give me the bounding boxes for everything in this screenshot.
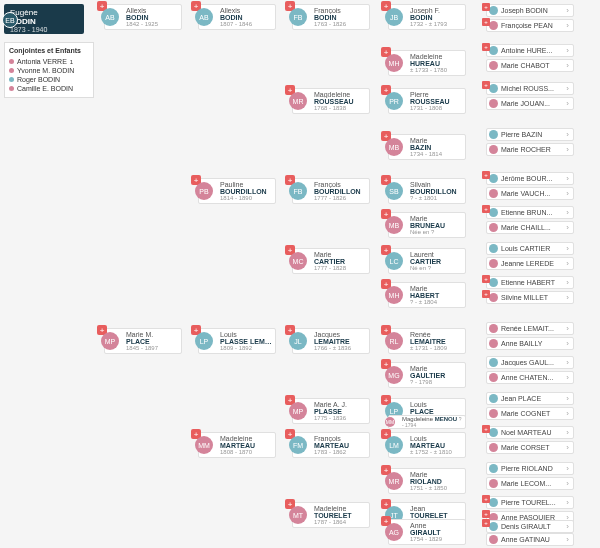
chevron-right-icon[interactable]: ›: [564, 189, 571, 198]
ancestor-node[interactable]: +MGMarieGAULTIER? - 1798: [388, 362, 466, 388]
chevron-right-icon[interactable]: ›: [564, 409, 571, 418]
ancestor-leaf[interactable]: Louis CARTIER›: [486, 242, 574, 255]
add-icon[interactable]: +: [482, 18, 490, 26]
spouse-child-row[interactable]: Roger BODIN: [9, 75, 89, 84]
root-person-card[interactable]: EB Eugène BODIN 1873 - 1940: [4, 4, 84, 34]
chevron-right-icon[interactable]: ›: [564, 339, 571, 348]
ancestor-leaf[interactable]: +Etienne HABERT›: [486, 276, 574, 289]
ancestor-node[interactable]: +RLRenéeLEMAITRE± 1731 - 1809: [388, 328, 466, 354]
add-icon[interactable]: +: [482, 171, 490, 179]
chevron-right-icon[interactable]: ›: [564, 498, 571, 507]
chevron-right-icon[interactable]: ›: [564, 208, 571, 217]
ancestor-leaf[interactable]: Anne GATINAU›: [486, 533, 574, 546]
spouse-child-row[interactable]: Yvonne M. BODIN: [9, 66, 89, 75]
add-icon[interactable]: +: [482, 290, 490, 298]
ancestor-leaf[interactable]: Pierre BAZIN›: [486, 128, 574, 141]
ancestor-node[interactable]: +JBJoseph F.BODIN1732 - ± 1793: [388, 4, 466, 30]
ancestor-leaf[interactable]: Marie LECOM...›: [486, 477, 574, 490]
ancestor-node[interactable]: +PRPierreROUSSEAU1731 - 1808: [388, 88, 466, 114]
ancestor-leaf[interactable]: +Jérôme BOUR...›: [486, 172, 574, 185]
spouse-child-row[interactable]: Camille E. BODIN: [9, 84, 89, 93]
add-icon[interactable]: +: [482, 3, 490, 11]
chevron-right-icon[interactable]: ›: [564, 21, 571, 30]
ancestor-leaf[interactable]: Marie COGNET›: [486, 407, 574, 420]
chevron-right-icon[interactable]: ›: [564, 259, 571, 268]
spouse-child-row[interactable]: Antonia VERRE1: [9, 57, 89, 66]
ancestor-node[interactable]: +LMLouisMARTEAU± 1752 - ± 1810: [388, 432, 466, 458]
chevron-right-icon[interactable]: ›: [564, 84, 571, 93]
chevron-right-icon[interactable]: ›: [564, 443, 571, 452]
ancestor-leaf[interactable]: Marie CHABOT›: [486, 59, 574, 72]
ancestor-leaf[interactable]: Marie CHAILL...›: [486, 221, 574, 234]
chevron-right-icon[interactable]: ›: [564, 99, 571, 108]
add-icon[interactable]: +: [482, 43, 490, 51]
chevron-right-icon[interactable]: ›: [564, 324, 571, 333]
ancestor-leaf[interactable]: Jeanne LEREDE›: [486, 257, 574, 270]
ancestor-node[interactable]: +MPMarie M.PLACE1845 - 1897: [104, 328, 182, 354]
ancestor-leaf[interactable]: +Noel MARTEAU›: [486, 426, 574, 439]
add-icon[interactable]: +: [482, 495, 490, 503]
ancestor-leaf[interactable]: Pierre RIOLAND›: [486, 462, 574, 475]
chevron-right-icon[interactable]: ›: [564, 174, 571, 183]
ancestor-leaf[interactable]: Renée LEMAIT...›: [486, 322, 574, 335]
ancestor-node[interactable]: +MMMadeleineMARTEAU1808 - 1870: [198, 432, 276, 458]
ancestor-leaf[interactable]: Jean PLACE›: [486, 392, 574, 405]
chevron-right-icon[interactable]: ›: [564, 428, 571, 437]
add-icon[interactable]: +: [482, 519, 490, 527]
add-icon[interactable]: +: [482, 275, 490, 283]
ancestor-node[interactable]: +MTMadeleineTOURELET1787 - 1864: [292, 502, 370, 528]
ancestor-node[interactable]: +SBSilvainBOURDILLON? - ± 1801: [388, 178, 466, 204]
chevron-right-icon[interactable]: ›: [564, 61, 571, 70]
ancestor-node[interactable]: +MHMarieHABERT? - ± 1804: [388, 282, 466, 308]
ancestor-node[interactable]: +MRMagdeleineROUSSEAU1768 - 1838: [292, 88, 370, 114]
chevron-right-icon[interactable]: ›: [564, 46, 571, 55]
ancestor-node[interactable]: +MBMarieBAZIN1734 - 1814: [388, 134, 466, 160]
ancestor-node[interactable]: MMMagdeleine MENOU ? - 1794: [388, 415, 466, 429]
ancestor-leaf[interactable]: Marie VAUCH...›: [486, 187, 574, 200]
ancestor-leaf[interactable]: +Silvine MILLET›: [486, 291, 574, 304]
chevron-right-icon[interactable]: ›: [564, 130, 571, 139]
chevron-right-icon[interactable]: ›: [564, 479, 571, 488]
ancestor-node[interactable]: +JLJacquesLEMAITRE1766 - ± 1836: [292, 328, 370, 354]
ancestor-node[interactable]: +ABAllexisBODIN1807 - 1846: [198, 4, 276, 30]
add-icon[interactable]: +: [482, 510, 490, 518]
add-icon[interactable]: +: [482, 425, 490, 433]
ancestor-leaf[interactable]: +Joseph BODIN›: [486, 4, 574, 17]
chevron-right-icon[interactable]: ›: [564, 535, 571, 544]
add-icon[interactable]: +: [482, 81, 490, 89]
ancestor-leaf[interactable]: Marie JOUAN...›: [486, 97, 574, 110]
ancestor-leaf[interactable]: +Michel ROUSS...›: [486, 82, 574, 95]
ancestor-leaf[interactable]: +Françoise PEAN›: [486, 19, 574, 32]
ancestor-node[interactable]: +MRMarieRIOLAND1751 - ± 1850: [388, 468, 466, 494]
ancestor-node[interactable]: +FBFrançoisBODIN1763 - 1826: [292, 4, 370, 30]
ancestor-node[interactable]: +MBMarieBRUNEAUNée en ?: [388, 212, 466, 238]
chevron-right-icon[interactable]: ›: [564, 6, 571, 15]
ancestor-node[interactable]: +LPLouisPLASSE LEMAI...1809 - 1892: [198, 328, 276, 354]
ancestor-leaf[interactable]: +Pierre TOUREL...›: [486, 496, 574, 509]
ancestor-leaf[interactable]: +Antoine HURE...›: [486, 44, 574, 57]
ancestor-node[interactable]: +FBFrançoisBOURDILLON1777 - 1826: [292, 178, 370, 204]
chevron-right-icon[interactable]: ›: [564, 278, 571, 287]
ancestor-leaf[interactable]: Anne BAILLY›: [486, 337, 574, 350]
ancestor-leaf[interactable]: Marie CORSET›: [486, 441, 574, 454]
ancestor-node[interactable]: +MHMadeleineHUREAU± 1733 - 1780: [388, 50, 466, 76]
ancestor-node[interactable]: +LCLaurentCARTIERNé en ?: [388, 248, 466, 274]
chevron-right-icon[interactable]: ›: [564, 244, 571, 253]
ancestor-node[interactable]: +FMFrançoisMARTEAU1783 - 1862: [292, 432, 370, 458]
ancestor-node[interactable]: +MPMarie A. J.PLASSE1775 - 1836: [292, 398, 370, 424]
ancestor-leaf[interactable]: Marie ROCHER›: [486, 143, 574, 156]
chevron-right-icon[interactable]: ›: [564, 293, 571, 302]
chevron-right-icon[interactable]: ›: [564, 145, 571, 154]
ancestor-node[interactable]: +PBPaulineBOURDILLON1814 - 1890: [198, 178, 276, 204]
chevron-right-icon[interactable]: ›: [564, 373, 571, 382]
ancestor-node[interactable]: +MCMarieCARTIER1777 - 1828: [292, 248, 370, 274]
chevron-right-icon[interactable]: ›: [564, 223, 571, 232]
ancestor-leaf[interactable]: Jacques GAUL...›: [486, 356, 574, 369]
ancestor-node[interactable]: +AGAnneGIRAULT1754 - 1829: [388, 519, 466, 545]
ancestor-leaf[interactable]: Anne CHATEN...›: [486, 371, 574, 384]
chevron-right-icon[interactable]: ›: [564, 464, 571, 473]
ancestor-leaf[interactable]: +Denis GIRAULT›: [486, 520, 574, 533]
ancestor-leaf[interactable]: +Etienne BRUN...›: [486, 206, 574, 219]
chevron-right-icon[interactable]: ›: [564, 522, 571, 531]
chevron-right-icon[interactable]: ›: [564, 394, 571, 403]
